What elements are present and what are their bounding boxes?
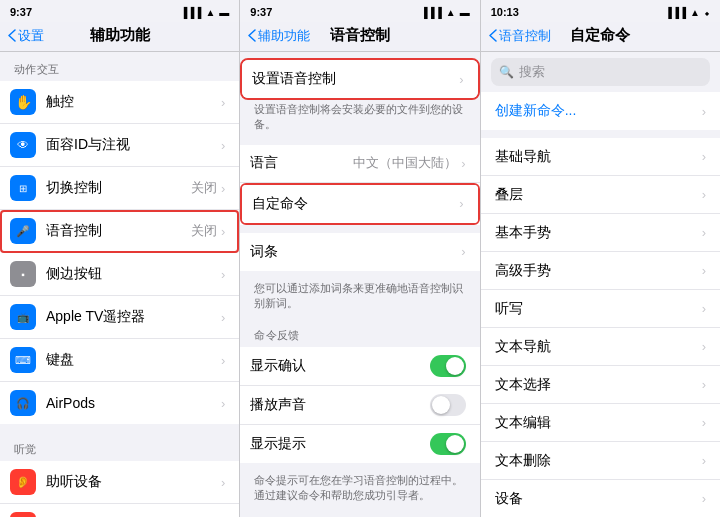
nav-bar-2: 辅助功能 语音控制 xyxy=(240,22,479,52)
status-bar-1: 9:37 ▐▐▐ ▲ ▬ xyxy=(0,0,239,22)
list-item-language[interactable]: 语言 中文（中国大陆） › xyxy=(240,145,479,183)
list-item-appletv[interactable]: 📺 Apple TV遥控器 › xyxy=(0,296,239,339)
search-bar[interactable]: 🔍 搜索 xyxy=(491,58,710,86)
signal-icon: ▐▐▐ xyxy=(180,7,201,18)
vocab-desc: 您可以通过添加词条来更准确地语音控制识别新词。 xyxy=(240,279,479,318)
battery-icon-3: ⬥ xyxy=(704,7,710,18)
battery-icon-2: ▬ xyxy=(460,7,470,18)
faceid-icon: 👁 xyxy=(10,132,36,158)
switch-control-icon: ⊞ xyxy=(10,175,36,201)
back-button-1[interactable]: 设置 xyxy=(8,27,44,45)
scroll-area-2[interactable]: 设置语音控制 › 设置语音控制将会安装必要的文件到您的设备。 语言 中文（中国大… xyxy=(240,52,479,517)
section-header-overlay: 选择叠层 xyxy=(240,509,479,517)
section-header-hearing: 听觉 xyxy=(0,432,239,461)
nav-bar-1: 设置 辅助功能 xyxy=(0,22,239,52)
time-1: 9:37 xyxy=(10,6,32,18)
nav-title-3: 自定命令 xyxy=(570,26,630,45)
hint-desc: 命令提示可在您在学习语音控制的过程中。通过建议命令和帮助您成功引导者。 xyxy=(240,471,479,510)
nav-bar-3: 语音控制 自定命令 xyxy=(481,22,720,52)
list-group-language: 语言 中文（中国大陆） › 自定命令 › xyxy=(240,145,479,225)
back-button-2[interactable]: 辅助功能 xyxy=(248,27,310,45)
list-item-keyboard[interactable]: ⌨ 键盘 › xyxy=(0,339,239,382)
list-group-actions: ✋ 触控 › 👁 面容ID与注视 › ⊞ 切换控制 关闭 › 🎤 语音控制 关 xyxy=(0,81,239,424)
list-item-sound-recognition[interactable]: 🔊 声音识别 关闭 › xyxy=(0,504,239,517)
status-icons-2: ▐▐▐ ▲ ▬ xyxy=(420,7,469,18)
side-button-icon: ▪ xyxy=(10,261,36,287)
list-group-create: 创建新命令... › xyxy=(481,92,720,130)
toggle-show-hint[interactable] xyxy=(430,433,466,455)
list-item-advanced-gestures[interactable]: 高级手势 › xyxy=(481,252,720,290)
list-item-airpods[interactable]: 🎧 AirPods › xyxy=(0,382,239,424)
panel-custom-commands: 10:13 ▐▐▐ ▲ ⬥ 语音控制 自定命令 🔍 搜索 创建新命令... › xyxy=(481,0,720,517)
list-item-play-sound[interactable]: 播放声音 xyxy=(240,386,479,425)
touch-icon: ✋ xyxy=(10,89,36,115)
list-item-device[interactable]: 设备 › xyxy=(481,480,720,517)
status-icons-1: ▐▐▐ ▲ ▬ xyxy=(180,7,229,18)
list-item-text-navigation[interactable]: 文本导航 › xyxy=(481,328,720,366)
signal-icon-2: ▐▐▐ xyxy=(420,7,441,18)
back-button-3[interactable]: 语音控制 xyxy=(489,27,551,45)
signal-icon-3: ▐▐▐ xyxy=(665,7,686,18)
setup-section: 设置语音控制 › xyxy=(240,58,479,100)
battery-icon: ▬ xyxy=(219,7,229,18)
list-item-hearing-devices[interactable]: 👂 助听设备 › xyxy=(0,461,239,504)
list-item-voice-control[interactable]: 🎤 语音控制 关闭 › xyxy=(0,210,239,253)
panel-voice-control: 9:37 ▐▐▐ ▲ ▬ 辅助功能 语音控制 设置语音控制 › 设置语音控制将会… xyxy=(240,0,480,517)
list-item-setup-voice[interactable]: 设置语音控制 › xyxy=(242,60,477,98)
list-group-vocab: 词条 › xyxy=(240,233,479,271)
list-item-show-hint[interactable]: 显示提示 xyxy=(240,425,479,463)
search-icon: 🔍 xyxy=(499,65,514,79)
nav-title-1: 辅助功能 xyxy=(90,26,150,45)
list-item-create-command[interactable]: 创建新命令... › xyxy=(481,92,720,130)
wifi-icon: ▲ xyxy=(205,7,215,18)
scroll-area-1[interactable]: 动作交互 ✋ 触控 › 👁 面容ID与注视 › ⊞ 切换控制 关闭 › xyxy=(0,52,239,517)
appletv-icon: 📺 xyxy=(10,304,36,330)
list-item-show-confirm[interactable]: 显示确认 xyxy=(240,347,479,386)
list-group-hearing: 👂 助听设备 › 🔊 声音识别 关闭 › 🎵 音频/视觉 › CC 字幕与隐藏式… xyxy=(0,461,239,517)
list-item-basic-gestures[interactable]: 基本手势 › xyxy=(481,214,720,252)
toggle-play-sound[interactable] xyxy=(430,394,466,416)
scroll-area-3[interactable]: 创建新命令... › 基础导航 › 叠层 › 基本手势 › 高级手势 › xyxy=(481,92,720,517)
status-icons-3: ▐▐▐ ▲ ⬥ xyxy=(665,7,710,18)
list-group-feedback: 显示确认 播放声音 显示提示 xyxy=(240,347,479,463)
search-placeholder: 搜索 xyxy=(519,63,545,81)
list-item-vocab[interactable]: 词条 › xyxy=(240,233,479,271)
list-item-custom-commands[interactable]: 自定命令 › xyxy=(242,185,477,223)
section-header-actions: 动作交互 xyxy=(0,52,239,81)
panel-accessibility: 9:37 ▐▐▐ ▲ ▬ 设置 辅助功能 动作交互 ✋ 触控 › 👁 xyxy=(0,0,240,517)
list-item-text-deletion[interactable]: 文本删除 › xyxy=(481,442,720,480)
sound-recognition-icon: 🔊 xyxy=(10,512,36,517)
list-item-basic-navigation[interactable]: 基础导航 › xyxy=(481,138,720,176)
custom-cmd-section: 自定命令 › xyxy=(240,183,479,225)
airpods-icon: 🎧 xyxy=(10,390,36,416)
section-header-cmd-feedback: 命令反馈 xyxy=(240,318,479,347)
keyboard-icon: ⌨ xyxy=(10,347,36,373)
list-item-text-editing[interactable]: 文本编辑 › xyxy=(481,404,720,442)
list-item-dictation[interactable]: 听写 › xyxy=(481,290,720,328)
setup-desc: 设置语音控制将会安装必要的文件到您的设备。 xyxy=(240,100,479,139)
list-item-switch-control[interactable]: ⊞ 切换控制 关闭 › xyxy=(0,167,239,210)
hearing-devices-icon: 👂 xyxy=(10,469,36,495)
voice-control-icon: 🎤 xyxy=(10,218,36,244)
list-item-touch[interactable]: ✋ 触控 › xyxy=(0,81,239,124)
toggle-show-confirm[interactable] xyxy=(430,355,466,377)
status-bar-2: 9:37 ▐▐▐ ▲ ▬ xyxy=(240,0,479,22)
nav-title-2: 语音控制 xyxy=(330,26,390,45)
wifi-icon-2: ▲ xyxy=(446,7,456,18)
list-item-overlay[interactable]: 叠层 › xyxy=(481,176,720,214)
list-item-faceid[interactable]: 👁 面容ID与注视 › xyxy=(0,124,239,167)
time-3: 10:13 xyxy=(491,6,519,18)
list-item-side-button[interactable]: ▪ 侧边按钮 › xyxy=(0,253,239,296)
list-item-text-selection[interactable]: 文本选择 › xyxy=(481,366,720,404)
wifi-icon-3: ▲ xyxy=(690,7,700,18)
status-bar-3: 10:13 ▐▐▐ ▲ ⬥ xyxy=(481,0,720,22)
time-2: 9:37 xyxy=(250,6,272,18)
list-group-commands: 基础导航 › 叠层 › 基本手势 › 高级手势 › 听写 › 文本导航 › xyxy=(481,138,720,517)
